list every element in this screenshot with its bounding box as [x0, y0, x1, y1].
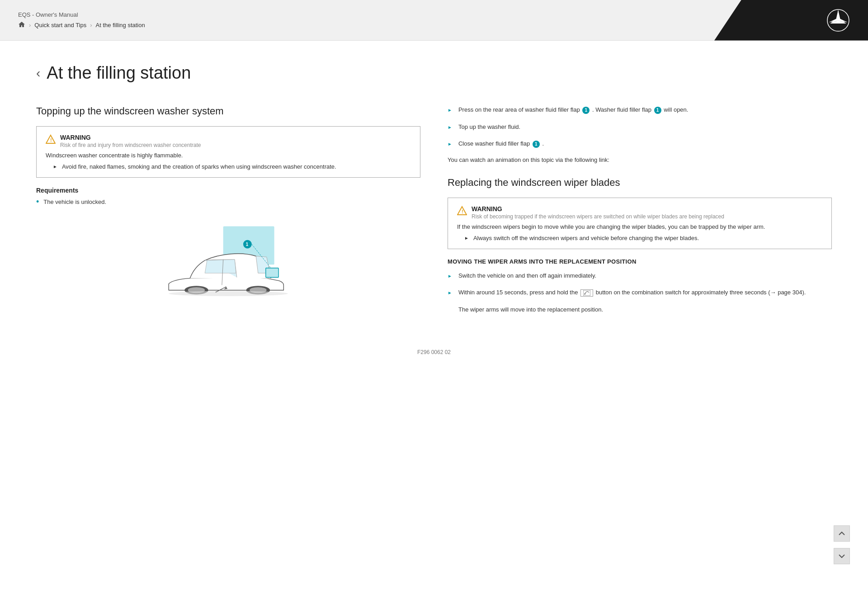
home-icon[interactable] [18, 21, 25, 29]
wiper-step-3: The wiper arms will move into the replac… [448, 305, 832, 314]
svg-text:!: ! [50, 137, 52, 143]
wiper-warning-header: ! WARNING Risk of becoming trapped if th… [457, 205, 822, 220]
requirements-heading: Requirements [36, 187, 420, 194]
circle-num-1b: 1 [654, 107, 661, 114]
manual-title: EQS - Owner's Manual [18, 11, 145, 18]
breadcrumb: › Quick start and Tips › At the filling … [18, 21, 145, 29]
scroll-up-button[interactable] [834, 525, 850, 542]
step-2-arrow: ► [448, 124, 452, 131]
right-column: ► Press on the rear area of washer fluid… [448, 105, 832, 322]
arrow-bullet-icon: ► [53, 164, 57, 169]
svg-rect-7 [266, 268, 278, 278]
step-2-text: Top up the washer fluid. [458, 123, 832, 132]
scroll-down-button[interactable] [834, 548, 850, 564]
wiper-blades-heading: Replacing the windscreen wiper blades [448, 177, 832, 189]
requirement-item: • The vehicle is unlocked. [36, 198, 420, 206]
step-2: ► Top up the washer fluid. [448, 123, 832, 132]
header: EQS - Owner's Manual › Quick start and T… [0, 0, 868, 41]
wiper-warning-bullet-text: Always switch off the windscreen wipers … [473, 235, 699, 241]
svg-text:1: 1 [246, 242, 249, 247]
breadcrumb-sep-1: › [29, 22, 31, 28]
car-illustration: 1 [36, 215, 420, 319]
svg-rect-13 [583, 290, 590, 296]
wiper-step-2: ► Within around 15 seconds, press and ho… [448, 288, 832, 297]
step-3-text: Close washer fluid filler flap 1 . [458, 139, 832, 148]
step-3: ► Close washer fluid filler flap 1 . [448, 139, 832, 148]
page-title-section: ‹ At the filling station [36, 59, 832, 83]
warning-body: Windscreen washer concentrate is highly … [46, 152, 411, 159]
warning-label: WARNING [60, 134, 201, 141]
page-title: At the filling station [47, 63, 191, 83]
main-content: ‹ At the filling station Topping up the … [0, 41, 868, 614]
wiper-warning-body: If the windscreen wipers begin to move w… [457, 223, 822, 230]
svg-point-10 [169, 291, 288, 296]
washer-system-heading: Topping up the windscreen washer system [36, 105, 420, 117]
wiper-button-icon [580, 289, 593, 297]
step-1-arrow: ► [448, 107, 452, 113]
step-1: ► Press on the rear area of washer fluid… [448, 105, 832, 114]
step-3-arrow: ► [448, 141, 452, 147]
bullet-dot-icon: • [36, 198, 39, 206]
wiper-warning-subtitle: Risk of becoming trapped if the windscre… [472, 213, 724, 220]
wiper-step-3-text: The wiper arms will move into the replac… [458, 305, 832, 314]
back-chevron[interactable]: ‹ [36, 66, 40, 80]
wiper-step-1-arrow: ► [448, 273, 452, 279]
breadcrumb-quickstart[interactable]: Quick start and Tips [34, 22, 86, 28]
wiper-step-2-arrow: ► [448, 289, 452, 296]
mercedes-logo [826, 9, 850, 32]
warning-text-block: WARNING Risk of fire and injury from win… [60, 134, 201, 148]
wiper-warning-label: WARNING [472, 205, 724, 213]
wiper-warning-bullet: ► Always switch off the windscreen wiper… [457, 235, 822, 241]
warning-box-washer: ! WARNING Risk of fire and injury from w… [36, 126, 420, 178]
header-left: EQS - Owner's Manual › Quick start and T… [0, 6, 163, 35]
wiper-step-1: ► Switch the vehicle on and then off aga… [448, 271, 832, 280]
warning-box-wiper: ! WARNING Risk of becoming trapped if th… [448, 198, 832, 249]
wiper-step-1-text: Switch the vehicle on and then off again… [458, 271, 832, 280]
circle-num-1c: 1 [533, 141, 540, 148]
header-right [714, 0, 868, 41]
warning-header: ! WARNING Risk of fire and injury from w… [46, 134, 411, 148]
moving-wiper-heading: MOVING THE WIPER ARMS INTO THE REPLACEME… [448, 258, 832, 265]
left-column: Topping up the windscreen washer system … [36, 105, 420, 319]
svg-text:!: ! [462, 209, 463, 214]
breadcrumb-sep-2: › [90, 22, 92, 28]
animation-note: You can watch an animation on this topic… [448, 156, 832, 163]
warning-bullet-text: Avoid fire, naked flames, smoking and th… [62, 163, 336, 170]
wiper-arrow-bullet-icon: ► [464, 236, 469, 241]
step-1-text: Press on the rear area of washer fluid f… [458, 105, 832, 114]
wiper-warning-text-block: WARNING Risk of becoming trapped if the … [472, 205, 724, 220]
footer-code: F296 0062 02 [417, 349, 451, 355]
wiper-step-2-text: Within around 15 seconds, press and hold… [458, 288, 832, 297]
wiper-warning-triangle-icon: ! [457, 206, 467, 216]
footer: F296 0062 02 [36, 340, 832, 364]
requirement-text: The vehicle is unlocked. [43, 198, 106, 205]
warning-bullet-item: ► Avoid fire, naked flames, smoking and … [46, 163, 411, 170]
warning-triangle-icon: ! [46, 134, 56, 144]
warning-subtitle: Risk of fire and injury from windscreen … [60, 142, 201, 148]
car-diagram-svg: 1 [156, 215, 301, 319]
two-col-layout: Topping up the windscreen washer system … [36, 105, 832, 322]
circle-num-1: 1 [582, 107, 590, 114]
breadcrumb-current: At the filling station [96, 22, 145, 28]
